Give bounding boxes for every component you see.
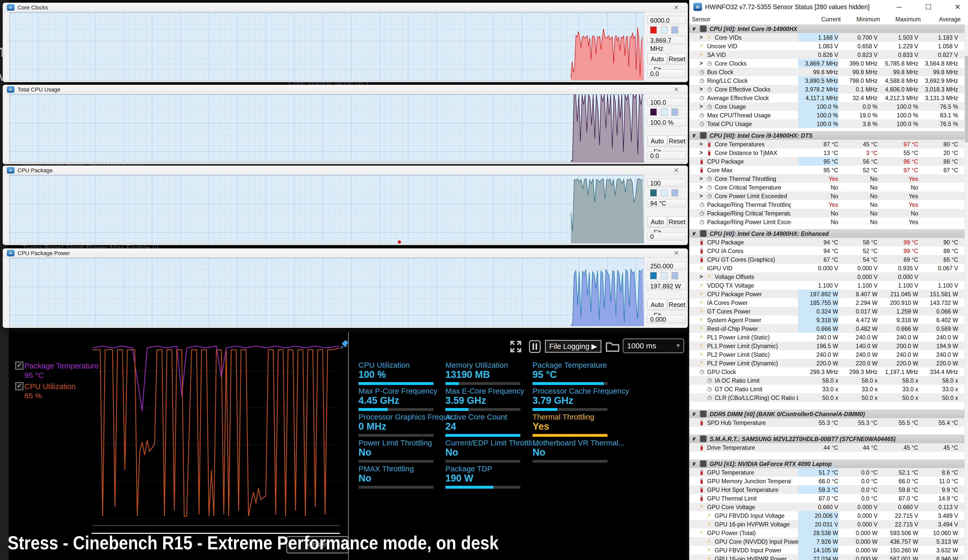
sensor-section-header[interactable]: ∨ CPU [#0]: Intel Core i9-14900HX: [689, 25, 965, 33]
sensor-section-header[interactable]: ∨ CPU [#0]: Intel Core i9-14900HX: Enhan…: [689, 229, 965, 238]
expand-icon[interactable]: >: [699, 273, 703, 280]
expand-icon[interactable]: >: [699, 149, 703, 156]
graph-window-titlebar[interactable]: ılı Core Clocks ✕: [3, 3, 688, 12]
minimize-button[interactable]: ─: [893, 2, 905, 12]
sensor-row[interactable]: ◷CLR (CBo/LLC/Ring) OC Ratio Li... 50.0 …: [689, 393, 965, 402]
sensor-row[interactable]: ⚡GPU 16-pin HVPWR Power 22.034 W 0.000 W…: [689, 554, 965, 560]
sensor-row[interactable]: ◷Ring/LLC Clock 3,890.5 MHz 798.0 MHz 4,…: [689, 76, 965, 85]
file-logging-button[interactable]: File Logging ▶: [545, 340, 602, 353]
graph-window-titlebar[interactable]: ılı CPU Package Power ✕: [3, 249, 688, 258]
chevron-down-icon[interactable]: ∨: [691, 461, 696, 467]
sensor-row[interactable]: ⚡PL2 Power Limit (Static) 240.0 W 240.0 …: [689, 350, 965, 359]
sensor-row[interactable]: CPU Package 95 °C 56 °C 96 °C 88 °C: [689, 157, 965, 166]
auto-fit-button[interactable]: Auto Fit: [647, 216, 667, 227]
reset-button[interactable]: Reset: [668, 216, 686, 227]
sensor-row[interactable]: >◷Core Effective Clocks 3,978.2 MHz 0.1 …: [689, 85, 965, 93]
sensor-section-header[interactable]: ∨ DDR5 DIMM [#0] (BANK 0/Controller0-Cha…: [689, 409, 965, 418]
sensor-row[interactable]: ⚡GPU Core (NVVDD) Input Power... 7.926 W…: [689, 537, 965, 546]
column-header[interactable]: Minimum: [857, 16, 880, 23]
sensor-row[interactable]: ⚡iGPU VID 0.000 V 0.000 V 0.935 V 0.067 …: [689, 264, 965, 272]
sensor-row[interactable]: ⚡GPU Core Voltage 0.660 V 0.000 V 0.660 …: [689, 502, 965, 511]
grid-color-swatch[interactable]: [671, 27, 678, 33]
expand-icon[interactable]: >: [699, 141, 703, 147]
scale-max-field[interactable]: 250.000: [647, 262, 686, 270]
sensor-row[interactable]: SPD Hub Temperature 55.3 °C 55.3 °C 55.5…: [689, 418, 965, 427]
sensor-row[interactable]: >Core Temperatures 87 °C 45 °C 97 °C 80 …: [689, 140, 965, 148]
sensor-row[interactable]: ⚡GPU Power (Total) 28.538 W 0.000 W 593.…: [689, 529, 965, 537]
sensor-row[interactable]: >⚡Voltage Offsets 0.000 V 0.000 V: [689, 272, 965, 281]
sensor-row[interactable]: ◷Package/Ring Thermal Throttling Yes No …: [689, 200, 965, 209]
sensor-row[interactable]: ⚡IA Cores Power 185.755 W 2.294 W 200.91…: [689, 298, 965, 307]
sensor-section-header[interactable]: ∨ S.M.A.R.T.: SAMSUNG MZVL22T0HDLB-00BT7…: [689, 434, 965, 443]
sensor-row[interactable]: ◷Bus Clock 99.8 MHz 99.8 MHz 99.8 MHz 99…: [689, 68, 965, 76]
sensor-row[interactable]: ◷GPU Clock 299.3 MHz 299.3 MHz 1,197.1 M…: [689, 368, 965, 376]
sensor-row[interactable]: ⚡PL1 Power Limit (Dynamic) 196.5 W 140.0…: [689, 341, 965, 350]
scale-max-field[interactable]: 100.0: [647, 98, 686, 106]
sensor-row[interactable]: GPU Temperature 51.7 °C 0.0 °C 52.1 °C 8…: [689, 468, 965, 477]
expand-icon[interactable]: >: [699, 184, 703, 191]
graph-window-titlebar[interactable]: ılı Total CPU Usage ✕: [3, 85, 688, 94]
scale-min-field[interactable]: 0: [647, 232, 686, 240]
sensor-row[interactable]: ⚡GPU FBVDD Input Power 14.105 W 0.000 W …: [689, 546, 965, 554]
sensor-row[interactable]: ⚡System Agent Power 9.318 W 4.472 W 9.31…: [689, 316, 965, 324]
sensor-row[interactable]: >◷Core Critical Temperature No No No: [689, 183, 965, 192]
column-header[interactable]: Current: [821, 16, 841, 23]
expand-icon[interactable]: [509, 340, 522, 353]
scale-min-field[interactable]: 0.0: [647, 70, 686, 78]
column-header[interactable]: Sensor: [692, 16, 710, 23]
sensor-row[interactable]: ⚡GT Cores Power 0.324 W 0.017 W 1.259 W …: [689, 307, 965, 316]
sensor-row[interactable]: ⚡Rest-of-Chip Power 0.666 W 0.482 W 0.66…: [689, 324, 965, 333]
sensor-row[interactable]: GPU Thermal Limit 87.0 °C 0.0 °C 87.0 °C…: [689, 494, 965, 502]
graph-window-titlebar[interactable]: ılı CPU Package ✕: [3, 166, 688, 175]
scale-max-field[interactable]: 100: [647, 179, 686, 187]
column-header[interactable]: Average: [939, 16, 961, 23]
sensor-row[interactable]: GPU Hot Spot Temperature 59.3 °C 0.0 °C …: [689, 485, 965, 494]
scrollbar-thumb[interactable]: [965, 56, 968, 142]
chevron-down-icon[interactable]: ∨: [691, 230, 696, 237]
sensor-row[interactable]: CPU IA Cores 94 °C 52 °C 99 °C 89 °C: [689, 247, 965, 255]
sensor-row[interactable]: ◷IA OC Ratio Limit 58.0 x 58.0 x 58.0 x …: [689, 376, 965, 385]
sensor-row[interactable]: ⚡PL2 Power Limit (Dynamic) 220.0 W 220.0…: [689, 359, 965, 368]
sensor-row[interactable]: >⚡Core VIDs 1.168 V 0.700 V 1.503 V 1.18…: [689, 33, 965, 41]
interval-dropdown[interactable]: 1000 ms ▼: [623, 338, 684, 353]
legend-checkbox[interactable]: ✓: [15, 382, 23, 390]
sensor-row[interactable]: ⚡Uncore VID 1.083 V 0.658 V 1.229 V 1.05…: [689, 41, 965, 50]
close-button[interactable]: ✕: [952, 2, 963, 12]
bg-color-swatch[interactable]: [661, 272, 668, 279]
bg-color-swatch[interactable]: [661, 189, 668, 196]
sensor-row[interactable]: ⚡GPU FBVDD Input Voltage 20.006 V 0.000 …: [689, 511, 965, 520]
expand-icon[interactable]: >: [699, 175, 703, 182]
sensor-row[interactable]: >◷Core Thermal Throttling Yes No Yes: [689, 174, 965, 183]
sensor-row[interactable]: ⚡PL1 Power Limit (Static) 240.0 W 240.0 …: [689, 333, 965, 341]
close-icon[interactable]: ✕: [672, 167, 681, 174]
sensor-row[interactable]: ◷Max CPU/Thread Usage 100.0 % 19.0 % 100…: [689, 111, 965, 119]
scale-max-field[interactable]: 6000.0: [647, 16, 686, 24]
reset-button[interactable]: Reset: [668, 136, 686, 147]
sensor-row[interactable]: >Core Distance to TjMAX 13 °C 3 °C 55 °C…: [689, 148, 965, 157]
line-color-swatch[interactable]: [650, 27, 657, 33]
maximize-button[interactable]: ☐: [923, 2, 934, 12]
sensor-row[interactable]: Drive Temperature 44 °C 44 °C 45 °C 45 °…: [689, 443, 965, 452]
sensor-row[interactable]: ◷Average Effective Clock 4,117.1 MHz 32.…: [689, 93, 965, 102]
sensor-row[interactable]: ◷Package/Ring Power Limit Exceeded No No…: [689, 217, 965, 226]
sensor-row[interactable]: >◷Core Clocks 3,869.7 MHz 399.0 MHz 5,78…: [689, 59, 965, 68]
close-icon[interactable]: ✕: [672, 4, 681, 11]
sensor-row[interactable]: ⚡GPU 16-pin HVPWR Voltage 20.031 V 0.000…: [689, 520, 965, 529]
line-color-swatch[interactable]: [650, 272, 657, 279]
sensor-row[interactable]: ◷GT OC Ratio Limit 33.0 x 33.0 x 33.0 x …: [689, 385, 965, 393]
expand-icon[interactable]: >: [699, 192, 703, 199]
sensor-row[interactable]: ◷Total CPU Usage 100.0 % 3.8 % 100.0 % 7…: [689, 119, 965, 128]
expand-icon[interactable]: >: [699, 86, 703, 93]
chevron-down-icon[interactable]: ∨: [691, 132, 696, 139]
sensor-row[interactable]: ⚡CPU Package Power 197.892 W 8.407 W 211…: [689, 290, 965, 298]
sensor-row[interactable]: >◷Core Usage 100.0 % 0.0 % 100.0 % 76.5 …: [689, 102, 965, 111]
sensor-section-header[interactable]: ∨ GPU [#1]: NVIDIA GeForce RTX 4090 Lapt…: [689, 459, 965, 468]
sensor-row[interactable]: CPU Package 94 °C 58 °C 99 °C 90 °C: [689, 238, 965, 247]
folder-icon[interactable]: [605, 340, 620, 352]
chevron-down-icon[interactable]: ∨: [691, 25, 696, 32]
auto-fit-button[interactable]: Auto Fit: [647, 299, 667, 310]
pin-icon[interactable]: [339, 339, 349, 350]
pause-button[interactable]: [529, 340, 541, 353]
sensor-row[interactable]: GPU Memory Junction Temperature 66.0 °C …: [689, 477, 965, 485]
auto-fit-button[interactable]: Auto Fit: [647, 136, 667, 147]
